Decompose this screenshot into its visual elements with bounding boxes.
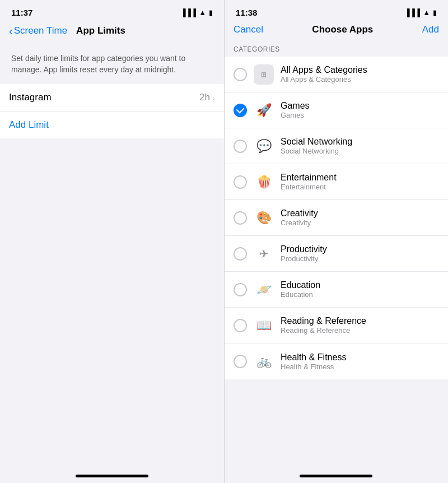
category-row-productivity[interactable]: ✈ Productivity Productivity <box>225 236 448 272</box>
radio-games[interactable] <box>234 104 247 117</box>
left-status-bar: 11:37 ▐▐▐ ▲ ▮ <box>0 0 224 22</box>
category-row-creativity[interactable]: 🎨 Creativity Creativity <box>225 200 448 236</box>
category-name-productivity: Productivity <box>281 244 327 254</box>
category-text-reading: Reading & Reference Reading & Reference <box>281 316 366 335</box>
category-row-entertainment[interactable]: 🍿 Entertainment Entertainment <box>225 164 448 200</box>
category-sub-social: Social Networking <box>281 147 352 155</box>
category-sub-games: Games <box>281 111 310 119</box>
left-nav-title: App Limits <box>76 25 125 36</box>
category-text-productivity: Productivity Productivity <box>281 244 327 263</box>
right-signal-icon: ▐▐▐ <box>404 8 420 17</box>
category-sub-productivity: Productivity <box>281 254 327 263</box>
category-row-games[interactable]: 🚀 Games Games <box>225 92 448 128</box>
battery-icon: ▮ <box>209 8 213 17</box>
icon-education: 🪐 <box>254 280 274 300</box>
app-list-section: Instagram 2h › Add Limit <box>0 84 224 138</box>
instagram-time: 2h <box>199 92 210 103</box>
category-text-all: All Apps & Categories All Apps & Categor… <box>281 65 367 83</box>
right-status-bar: 11:38 ▐▐▐ ▲ ▮ <box>225 0 448 22</box>
info-section: Set daily time limits for app categories… <box>0 42 224 84</box>
categories-list: ⊞ All Apps & Categories All Apps & Categ… <box>225 57 448 379</box>
cancel-button[interactable]: Cancel <box>234 24 263 35</box>
radio-social[interactable] <box>234 140 247 153</box>
right-nav-bar: Cancel Choose Apps Add <box>225 22 448 41</box>
category-row-health[interactable]: 🚲 Health & Fitness Health & Fitness <box>225 343 448 379</box>
category-sub-creativity: Creativity <box>281 219 318 227</box>
category-name-social: Social Networking <box>281 137 352 147</box>
right-home-indicator <box>300 475 372 477</box>
left-panel: 11:37 ▐▐▐ ▲ ▮ ‹ Screen Time App Limits S… <box>0 0 224 483</box>
category-row-all[interactable]: ⊞ All Apps & Categories All Apps & Categ… <box>225 57 448 92</box>
category-name-education: Education <box>281 280 320 290</box>
instagram-label: Instagram <box>9 92 52 103</box>
category-name-all: All Apps & Categories <box>281 65 367 75</box>
category-row-social[interactable]: 💬 Social Networking Social Networking <box>225 128 448 164</box>
category-name-health: Health & Fitness <box>281 352 346 363</box>
left-time: 11:37 <box>11 8 32 17</box>
radio-reading[interactable] <box>234 319 247 332</box>
categories-header: CATEGORIES <box>225 41 448 57</box>
instagram-right: 2h › <box>199 92 215 103</box>
right-panel: 11:38 ▐▐▐ ▲ ▮ Cancel Choose Apps Add CAT… <box>224 0 448 483</box>
category-sub-all: All Apps & Categories <box>281 75 367 83</box>
category-text-games: Games Games <box>281 101 310 119</box>
category-sub-reading: Reading & Reference <box>281 326 366 335</box>
signal-icon: ▐▐▐ <box>180 8 196 17</box>
add-limit-label: Add Limit <box>9 119 49 130</box>
icon-entertainment: 🍿 <box>254 172 274 192</box>
category-text-health: Health & Fitness Health & Fitness <box>281 352 346 371</box>
right-status-icons: ▐▐▐ ▲ ▮ <box>404 8 437 17</box>
chevron-right-icon: › <box>212 93 215 103</box>
screen-time-back-button[interactable]: ‹ Screen Time <box>9 25 67 36</box>
icon-all: ⊞ <box>254 64 274 85</box>
choose-apps-title: Choose Apps <box>312 24 373 35</box>
right-battery-icon: ▮ <box>433 8 437 17</box>
category-sub-health: Health & Fitness <box>281 363 346 371</box>
instagram-row[interactable]: Instagram 2h › <box>0 84 224 111</box>
icon-games: 🚀 <box>254 100 274 120</box>
category-sub-entertainment: Entertainment <box>281 183 337 191</box>
radio-productivity[interactable] <box>234 247 247 261</box>
category-text-social: Social Networking Social Networking <box>281 137 352 155</box>
right-wifi-icon: ▲ <box>423 8 430 17</box>
category-name-games: Games <box>281 101 310 111</box>
category-text-entertainment: Entertainment Entertainment <box>281 173 337 191</box>
category-text-creativity: Creativity Creativity <box>281 208 318 227</box>
chevron-left-icon: ‹ <box>9 25 13 36</box>
category-sub-education: Education <box>281 290 320 299</box>
radio-entertainment[interactable] <box>234 175 247 189</box>
radio-all[interactable] <box>234 68 247 81</box>
category-row-reading[interactable]: 📖 Reading & Reference Reading & Referenc… <box>225 308 448 343</box>
category-name-reading: Reading & Reference <box>281 316 366 326</box>
left-status-icons: ▐▐▐ ▲ ▮ <box>180 8 213 17</box>
left-home-indicator <box>76 475 148 477</box>
back-label: Screen Time <box>14 25 67 36</box>
icon-creativity: 🎨 <box>254 208 274 228</box>
icon-productivity: ✈ <box>254 244 274 264</box>
info-text: Set daily time limits for app categories… <box>11 54 185 74</box>
wifi-icon: ▲ <box>199 8 206 17</box>
category-name-entertainment: Entertainment <box>281 173 337 183</box>
right-time: 11:38 <box>236 8 257 17</box>
add-limit-row[interactable]: Add Limit <box>0 111 224 138</box>
radio-health[interactable] <box>234 355 247 368</box>
radio-education[interactable] <box>234 283 247 296</box>
icon-health: 🚲 <box>254 351 274 371</box>
category-row-education[interactable]: 🪐 Education Education <box>225 272 448 308</box>
icon-social: 💬 <box>254 136 274 156</box>
left-nav-bar: ‹ Screen Time App Limits <box>0 22 224 42</box>
icon-reading: 📖 <box>254 315 274 336</box>
category-name-creativity: Creativity <box>281 208 318 219</box>
category-text-education: Education Education <box>281 280 320 299</box>
add-button[interactable]: Add <box>422 24 439 35</box>
radio-creativity[interactable] <box>234 211 247 225</box>
